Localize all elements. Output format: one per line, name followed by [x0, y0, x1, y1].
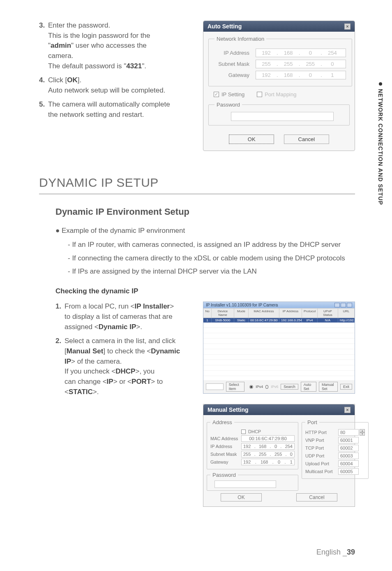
- ip-octet: 168: [259, 444, 266, 449]
- bullet-icon: [379, 82, 382, 86]
- dialog-title: Manual Setting: [208, 406, 249, 413]
- step-3-body: Enter the password. This is the login pa…: [48, 21, 195, 71]
- ip-address-field[interactable]: 192. 168. 0. 254: [256, 49, 346, 57]
- dot-icon: .: [277, 72, 278, 78]
- side-tab-label: NETWORK CONNECTION AND SETUP: [377, 89, 384, 205]
- subnet-mask-label: Subnet Mask: [210, 452, 241, 457]
- manual-set-button[interactable]: Manual Set: [319, 382, 338, 392]
- text-dynamic: Dynamic: [151, 347, 180, 355]
- ip-installer-window: IP Installer v1.10.100309 for IP Camera …: [203, 302, 355, 394]
- http-port-field[interactable]: 80: [338, 429, 359, 436]
- text-ip2: IP: [107, 378, 113, 385]
- footer-input[interactable]: [206, 383, 224, 390]
- dot-icon: .: [299, 50, 300, 56]
- ip-address-label: IP Address: [210, 444, 241, 449]
- multicast-port-field[interactable]: 60005: [338, 468, 359, 475]
- text: This is the login password for the: [48, 32, 150, 39]
- ip-octet: 255: [274, 452, 282, 457]
- vnp-port-label: VNP Port: [305, 438, 338, 443]
- port-mapping-label: Port Mapping: [265, 91, 296, 97]
- dot-icon: .: [321, 72, 322, 78]
- window-footer: Select Item IPv4 IPv6 Search Auto Set Ma…: [203, 380, 355, 393]
- maximize-icon[interactable]: [341, 303, 346, 307]
- password-input[interactable]: [231, 112, 334, 121]
- gateway-field[interactable]: 192. 168. 0. 1: [241, 459, 295, 465]
- cell: SNB-5000: [212, 318, 234, 323]
- dot-icon: .: [254, 452, 256, 457]
- text: >.: [136, 323, 142, 331]
- subsection-heading: Dynamic IP Environment Setup: [55, 207, 355, 217]
- close-icon[interactable]: ×: [344, 407, 350, 413]
- text-static: STATIC: [69, 388, 93, 396]
- page-footer: English _39: [316, 548, 355, 557]
- dot-icon: .: [286, 452, 287, 457]
- ip-octet: 255: [302, 61, 318, 67]
- dhcp-checkbox[interactable]: [241, 429, 246, 434]
- ip-octet: 255: [243, 452, 251, 457]
- ip-octet: 254: [325, 50, 340, 56]
- text: > or <: [113, 378, 131, 385]
- step-4-number: 4.: [39, 75, 48, 95]
- http-port-label: HTTP Port: [305, 430, 338, 435]
- text-default-pwd: 4321: [126, 62, 142, 70]
- col-url: URL: [338, 309, 355, 318]
- ok-button[interactable]: OK: [221, 493, 262, 501]
- text: to display a list of cameras that are: [65, 313, 173, 320]
- ip-octet: 168: [281, 72, 296, 78]
- port-mapping-checkbox[interactable]: Port Mapping: [257, 91, 296, 97]
- select-item-button[interactable]: Select Item: [226, 382, 245, 392]
- text: ] to check the <: [103, 347, 151, 355]
- password-input[interactable]: [214, 480, 276, 488]
- ip-address-field[interactable]: 192. 168. 0. 254: [241, 443, 295, 450]
- udp-port-label: UDP Port: [305, 453, 338, 458]
- col-upnp: UPnP Status: [318, 309, 338, 318]
- address-group: Address DHCP MAC Address 00:16:6C:47:29:…: [207, 419, 298, 469]
- cancel-button[interactable]: Cancel: [296, 493, 337, 501]
- ip-octet: 255: [281, 61, 296, 67]
- search-button[interactable]: Search: [281, 384, 298, 390]
- network-info-legend: Network Information: [214, 36, 266, 42]
- bullet-item: Example of the dynamic IP environment If…: [55, 225, 355, 277]
- dash-item: If connecting the camera directly to the…: [68, 253, 355, 264]
- footer-lang: English _: [316, 548, 347, 556]
- minimize-icon[interactable]: [334, 303, 340, 307]
- tcp-port-field[interactable]: 60002: [338, 445, 359, 451]
- ok-button[interactable]: OK: [229, 135, 274, 144]
- exit-button[interactable]: Exit: [340, 384, 352, 390]
- ip-setting-checkbox[interactable]: ✓ IP Setting: [214, 91, 244, 97]
- ip-octet: 0: [278, 460, 280, 464]
- password-legend: Password: [214, 102, 242, 108]
- dot-icon: .: [255, 460, 256, 464]
- text: Enter the password.: [48, 21, 110, 29]
- manual-setting-dialog: Manual Setting × Address DHCP MAC Addres…: [203, 404, 355, 507]
- port-group: Port HTTP Port 80 ▴▾ VNP Port 60001 TCP …: [302, 419, 369, 479]
- subnet-mask-field[interactable]: 255. 255. 255. 0: [241, 451, 295, 457]
- close-icon[interactable]: ×: [344, 23, 350, 30]
- ipv4-radio[interactable]: [249, 385, 253, 389]
- ipv6-radio[interactable]: [265, 385, 268, 389]
- udp-port-field[interactable]: 60003: [338, 453, 359, 459]
- text: ].: [78, 76, 81, 84]
- step-2-number: 2.: [55, 336, 65, 397]
- gateway-field[interactable]: 192. 168. 0. 1: [256, 71, 346, 79]
- text-ip: IP: [65, 357, 71, 365]
- dot-icon: .: [270, 444, 271, 449]
- ip-octet: 0: [325, 61, 340, 67]
- cancel-button[interactable]: Cancel: [284, 135, 329, 144]
- vnp-port-field[interactable]: 60001: [338, 437, 359, 443]
- ip-octet: 1: [325, 72, 340, 78]
- checkbox-icon: ✓: [214, 92, 219, 97]
- text: Select a camera in the list, and click: [65, 337, 175, 345]
- auto-set-button[interactable]: Auto Set: [301, 382, 316, 392]
- dot-icon: .: [280, 444, 281, 449]
- cell: 00:16:6C:47:29:B0: [249, 318, 279, 323]
- upload-port-field[interactable]: 60004: [338, 460, 359, 467]
- table-row[interactable]: 1 SNB-5000 Static 00:16:6C:47:29:B0 192.…: [203, 318, 355, 323]
- text: Click [: [48, 76, 67, 84]
- table-body-empty: [203, 323, 355, 380]
- spinner[interactable]: ▴▾: [360, 429, 365, 436]
- mac-address-label: MAC Address: [210, 436, 241, 441]
- subnet-mask-field[interactable]: 255. 255. 255. 0: [256, 60, 346, 68]
- ip-octet: 0: [274, 444, 277, 449]
- close-icon[interactable]: [347, 303, 352, 307]
